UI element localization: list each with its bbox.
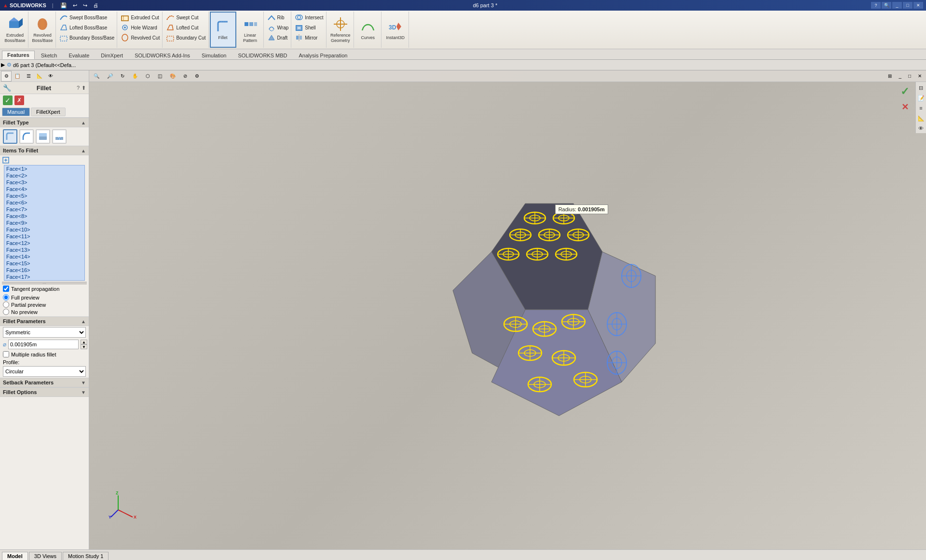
3d-views-tab[interactable]: 3D Views	[29, 552, 62, 560]
quick-undo[interactable]: ↩	[72, 2, 78, 9]
hole-wizard-btn[interactable]: Hole Wizard	[119, 23, 161, 32]
face-list-item-6[interactable]: Face<6>	[4, 199, 84, 206]
side-icon-4[interactable]: 📐	[916, 113, 926, 123]
full-preview-radio[interactable]: Full preview	[3, 294, 86, 301]
face-list-item-7[interactable]: Face<7>	[4, 206, 84, 213]
pm-tab4[interactable]: 📐	[34, 71, 45, 82]
face-list-item-11[interactable]: Face<11>	[4, 233, 84, 240]
tangent-propagation-input[interactable]	[3, 286, 9, 292]
display-mode-btn[interactable]: ◫	[155, 71, 164, 81]
linear-pattern-btn[interactable]: LinearPattern	[237, 12, 264, 48]
full-round-fillet-btn[interactable]	[52, 129, 67, 144]
zoom-to-fit-btn[interactable]: 🔍	[91, 71, 102, 81]
intersect-btn[interactable]: Intersect	[293, 13, 325, 22]
instant3d-btn[interactable]: 3D Instant3D	[382, 12, 409, 48]
face-list-item-15[interactable]: Face<15>	[4, 260, 84, 267]
quick-redo[interactable]: ↪	[82, 2, 88, 9]
rib-btn[interactable]: Rib	[266, 13, 290, 22]
pm-tab5[interactable]: 👁	[45, 71, 56, 82]
rotate-btn[interactable]: ↻	[118, 71, 127, 81]
side-icon-5[interactable]: 👁	[916, 123, 926, 133]
setback-parameters-section-header[interactable]: Setback Parameters ▼	[0, 378, 89, 387]
model-tab[interactable]: Model	[2, 552, 28, 560]
zoom-in-btn[interactable]: 🔎	[105, 71, 115, 81]
tab-solidworks-addins[interactable]: SOLIDWORKS Add-Ins	[129, 51, 195, 59]
quick-save[interactable]: 💾	[59, 2, 68, 9]
help-btn[interactable]: ?	[871, 2, 881, 9]
revolved-cut-btn[interactable]: Revolved Cut	[119, 33, 161, 42]
face-list-item-14[interactable]: Face<14>	[4, 253, 84, 260]
face-list-item-3[interactable]: Face<3>	[4, 179, 84, 186]
tab-sketch[interactable]: Sketch	[36, 51, 63, 59]
viewport-ok-btn[interactable]: ✓	[898, 85, 912, 98]
tab-features[interactable]: Features	[2, 51, 35, 59]
radius-input[interactable]	[8, 340, 79, 349]
fillet-ok-btn[interactable]: ✓	[3, 96, 13, 105]
fillet-type-section-header[interactable]: Fillet Type ▲	[0, 118, 89, 127]
radius-spin-down[interactable]: ▼	[81, 344, 87, 349]
face-list-item-2[interactable]: Face<2>	[4, 172, 84, 179]
reference-geometry-btn[interactable]: ReferenceGeometry	[327, 12, 354, 48]
side-icon-3[interactable]: ≡	[916, 103, 926, 113]
partial-preview-radio[interactable]: Partial preview	[3, 301, 86, 308]
symmetric-select[interactable]: Symmetric Asymmetric	[3, 327, 86, 338]
fillet-options-section-header[interactable]: Fillet Options ▼	[0, 387, 89, 397]
window-restore-btn[interactable]: □	[906, 71, 913, 81]
draft-btn[interactable]: Draft	[266, 33, 290, 42]
fillet-expand-btn[interactable]: ⬆	[82, 85, 86, 91]
fillet-help-btn[interactable]: ?	[77, 85, 80, 91]
radius-spin-up[interactable]: ▲	[81, 340, 87, 344]
face-list-item-13[interactable]: Face<13>	[4, 246, 84, 253]
fillet-tab-manual[interactable]: Manual	[2, 108, 30, 116]
tab-dimxpert[interactable]: DimXpert	[95, 51, 128, 59]
curves-btn[interactable]: Curves	[355, 12, 381, 48]
fillet-btn[interactable]: Fillet	[210, 12, 236, 48]
face-fillet-btn[interactable]	[36, 129, 50, 144]
extruded-cut-btn[interactable]: Extruded Cut	[119, 13, 161, 22]
tab-evaluate[interactable]: Evaluate	[64, 51, 95, 59]
fillet-parameters-section-header[interactable]: Fillet Parameters ▲	[0, 316, 89, 326]
constant-size-fillet-btn[interactable]	[3, 129, 17, 144]
extruded-boss-btn[interactable]: ExtrudedBoss/Base	[2, 12, 28, 48]
face-list-item-17[interactable]: Face<17>	[4, 273, 84, 280]
lofted-cut-btn[interactable]: Lofted Cut	[164, 23, 207, 32]
multiple-radius-input[interactable]	[3, 351, 9, 357]
window-arrange-btn[interactable]: ⊞	[885, 71, 894, 81]
items-to-fillet-section-header[interactable]: Items To Fillet ▲	[0, 146, 89, 155]
appearance-btn[interactable]: 🎨	[167, 71, 178, 81]
search-btn[interactable]: 🔍	[882, 2, 891, 9]
tangent-propagation-checkbox[interactable]: Tangent propagation	[0, 285, 89, 293]
lofted-boss-btn[interactable]: Lofted Boss/Base	[58, 23, 116, 32]
section-view-btn[interactable]: ⊘	[181, 71, 190, 81]
face-list-item-12[interactable]: Face<12>	[4, 240, 84, 246]
mirror-btn[interactable]: Mirror	[293, 33, 325, 42]
close-btn[interactable]: ✕	[913, 2, 923, 9]
face-list-item-5[interactable]: Face<5>	[4, 192, 84, 199]
pm-tab1[interactable]: ⚙	[1, 71, 12, 82]
revolved-boss-btn[interactable]: RevolvedBoss/Base	[29, 12, 56, 48]
window-minimize-btn[interactable]: _	[896, 71, 904, 81]
nav-arrow[interactable]: ▶	[1, 62, 5, 68]
face-list-item-4[interactable]: Face<4>	[4, 186, 84, 192]
pm-tab3[interactable]: ☰	[23, 71, 34, 82]
swept-cut-btn[interactable]: Swept Cut	[164, 13, 207, 22]
variable-size-fillet-btn[interactable]	[19, 129, 34, 144]
face-list-item-8[interactable]: Face<8>	[4, 213, 84, 219]
boundary-boss-btn[interactable]: Boundary Boss/Base	[58, 33, 116, 42]
viewport-cancel-btn[interactable]: ✕	[898, 100, 912, 114]
multiple-radius-checkbox[interactable]: Multiple radius fillet	[0, 350, 89, 358]
side-icon-1[interactable]: ⊟	[916, 83, 926, 93]
quick-print[interactable]: 🖨	[92, 2, 99, 9]
face-list-item-9[interactable]: Face<9>	[4, 219, 84, 226]
fillet-cancel-btn[interactable]: ✗	[14, 96, 24, 105]
tab-simulation[interactable]: Simulation	[196, 51, 232, 59]
pm-tab2[interactable]: 📋	[12, 71, 23, 82]
wrap-btn[interactable]: Wrap	[266, 23, 290, 32]
face-list-item-10[interactable]: Face<10>	[4, 226, 84, 233]
tab-analysis-prep[interactable]: Analysis Preparation	[294, 51, 353, 59]
swept-boss-btn[interactable]: Swept Boss/Base	[58, 13, 116, 22]
minimize-btn[interactable]: _	[892, 2, 902, 9]
pan-btn[interactable]: ✋	[130, 71, 140, 81]
fillet-tab-filletxpert[interactable]: FilletXpert	[31, 108, 66, 116]
shell-btn[interactable]: Shell	[293, 23, 325, 32]
